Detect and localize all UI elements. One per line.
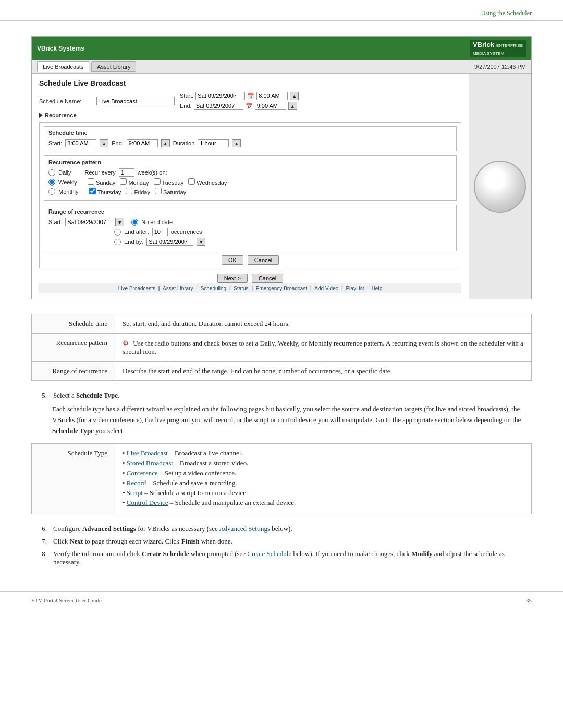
rp-recur-label: Recur every [84, 169, 115, 176]
info-table: Schedule time Set start, end, and durati… [31, 314, 532, 381]
radio-end-after[interactable] [114, 229, 121, 236]
schedule-type-list: Live Broadcast – Broadcast a live channe… [123, 449, 524, 507]
cancel-button-2[interactable]: Cancel [252, 274, 283, 283]
st-end-spin[interactable]: ▲ [161, 139, 170, 147]
st-start-spin[interactable]: ▲ [100, 139, 108, 147]
calendar-icon-end[interactable]: 📅 [246, 103, 253, 109]
script-desc: – Schedule a script to run on a device. [144, 489, 248, 497]
rp-daily-label: Daily [58, 169, 71, 176]
radio-end-by[interactable] [114, 239, 121, 245]
st-duration-spin[interactable]: ▲ [232, 139, 241, 147]
link-control-device[interactable]: Control Device [127, 499, 168, 507]
schedule-type-label-cell: Schedule Type [32, 444, 115, 514]
radio-daily[interactable] [48, 169, 55, 176]
st-duration-input[interactable] [198, 139, 229, 147]
step6-text: Configure Advanced Settings for VBricks … [53, 525, 292, 533]
ok-button[interactable]: OK [222, 255, 243, 265]
range-start-label: Start: [48, 219, 62, 225]
link-create-schedule[interactable]: Create Schedule [247, 550, 291, 558]
cb-tuesday[interactable] [154, 178, 161, 185]
step7-row: 7. Click Next to page through each wizar… [31, 537, 532, 546]
start-label: Start: [180, 93, 193, 99]
info-row-schedule-time: Schedule time Set start, end, and durati… [32, 314, 532, 334]
cb-friday[interactable] [126, 188, 132, 194]
recurrence-section: Schedule time Start: ▲ End: ▲ Duration ▲ [39, 122, 461, 268]
step5-paragraph: Each schedule type has a different wizar… [52, 404, 532, 436]
recurrence-pattern-legend: Recurrence pattern [48, 159, 452, 165]
bottom-nav-playlist[interactable]: PlayList [346, 286, 364, 291]
page-header: Using the Scheduler [0, 0, 563, 21]
ui-page-title: Schedule Live Broadcast [39, 79, 461, 88]
link-record[interactable]: Record [127, 479, 146, 487]
rp-weekly-label: Weekly [58, 179, 77, 186]
calendar-icon[interactable]: 📅 [247, 93, 254, 100]
link-advanced-settings[interactable]: Advanced Settings [219, 525, 270, 533]
schedule-name-label: Schedule Name: [39, 98, 96, 104]
tab-asset-library[interactable]: Asset Library [91, 61, 136, 72]
info-content-recurrence-pattern: ⚙ Use the radio buttons and check boxes … [115, 334, 532, 362]
info-content-schedule-time: Set start, end, and duration. Duration c… [115, 314, 532, 334]
link-conference[interactable]: Conference [127, 469, 158, 477]
step7-number: 7. [31, 537, 47, 546]
range-start-row: Start: ▼ No end date [48, 218, 452, 226]
range-start-spin[interactable]: ▼ [115, 218, 124, 226]
rp-recur-input[interactable] [119, 168, 134, 177]
cb-sunday[interactable] [88, 178, 94, 185]
recurrence-expand[interactable]: Recurrence [39, 112, 461, 118]
st-start-input[interactable] [65, 139, 96, 147]
next-button[interactable]: Next > [217, 274, 248, 283]
step7-text: Click Next to page through each wizard. … [53, 537, 232, 546]
range-legend: Range of recurrence [48, 208, 452, 215]
link-live-broadcast[interactable]: Live Broadcast [127, 449, 168, 457]
bottom-nav-scheduling[interactable]: Scheduling [201, 286, 226, 291]
page-content: VBrick Systems VBrick ENTERPRISEMEDIA SY… [0, 21, 563, 591]
cancel-button[interactable]: Cancel [248, 255, 279, 265]
step7-bold-next: Next [69, 537, 83, 545]
cb-wednesday[interactable] [188, 178, 195, 185]
ui-screenshot: VBrick Systems VBrick ENTERPRISEMEDIA SY… [31, 36, 532, 299]
ok-cancel-row: OK Cancel [44, 255, 457, 265]
end-time-spin[interactable]: ▲ [288, 102, 297, 110]
bottom-nav-status[interactable]: Status [234, 286, 248, 291]
link-script[interactable]: Script [127, 489, 143, 497]
plate-graphic [474, 161, 526, 213]
start-time-input[interactable] [256, 92, 288, 100]
rp-thursday-label: Thursday [97, 189, 121, 195]
end-date-input[interactable] [194, 102, 243, 110]
radio-monthly-row: Monthly Thursday Friday Saturday [48, 188, 452, 195]
footer-right: 35 [526, 597, 532, 603]
cb-monday[interactable] [120, 178, 127, 185]
ui-date: 9/27/2007 12:46 PM [474, 64, 526, 70]
bottom-nav-addvideo[interactable]: Add Video [314, 286, 338, 291]
ui-nav: Live Broadcasts Asset Library 9/27/2007 … [32, 60, 531, 74]
tab-live-broadcasts[interactable]: Live Broadcasts [37, 61, 89, 72]
range-end-by-spin[interactable]: ▼ [197, 238, 205, 246]
schedule-name-input[interactable] [96, 97, 175, 105]
range-end-after-input[interactable] [152, 228, 168, 236]
st-end-input[interactable] [127, 139, 158, 147]
step6-number: 6. [31, 525, 47, 533]
step8-number: 8. [31, 550, 47, 566]
radio-monthly[interactable] [48, 188, 55, 195]
start-time-spin[interactable]: ▲ [290, 92, 299, 100]
end-time-input[interactable] [255, 102, 286, 110]
bottom-nav-help[interactable]: Help [372, 286, 383, 291]
bottom-nav-asset[interactable]: Asset Library [163, 286, 193, 291]
radio-weekly[interactable] [48, 179, 55, 186]
bottom-nav-emergency[interactable]: Emergency Broadcast [256, 286, 307, 291]
step6-bold: Advanced Settings [82, 525, 136, 533]
radio-no-end[interactable] [131, 219, 138, 226]
cb-thursday[interactable] [89, 188, 96, 194]
chapter-title: Using the Scheduler [481, 9, 532, 17]
recurrence-label: Recurrence [45, 112, 77, 118]
range-end-by-input[interactable] [146, 238, 193, 246]
schedule-type-bold-inline: Schedule Type [52, 427, 94, 435]
bottom-nav-live[interactable]: Live Broadcasts [118, 286, 155, 291]
link-stored-broadcast[interactable]: Stored Broadcast [127, 459, 173, 467]
cb-saturday[interactable] [155, 188, 162, 194]
list-item-conference: Conference – Set up a video conference. [123, 469, 524, 477]
start-date-input[interactable] [195, 92, 245, 100]
range-start-input[interactable] [65, 218, 112, 226]
list-item-live-broadcast: Live Broadcast – Broadcast a live channe… [123, 449, 524, 458]
range-of-recurrence-box: Range of recurrence Start: ▼ No end date… [44, 205, 457, 251]
